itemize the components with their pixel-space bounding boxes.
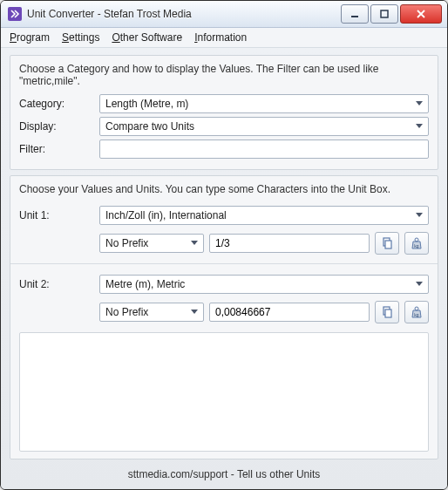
chevron-down-icon <box>416 124 423 129</box>
titlebar[interactable]: Unit Converter - Stefan Trost Media <box>1 1 447 28</box>
units-group: Choose your Values and Units. You can ty… <box>10 175 438 459</box>
filter-label: Filter: <box>19 143 92 155</box>
client-area: Choose a Category and how to display the… <box>1 48 447 489</box>
category-combo[interactable]: Length (Metre, m) <box>99 94 429 113</box>
unit1-label: Unit 1: <box>19 209 92 221</box>
menu-settings[interactable]: Settings <box>62 31 99 44</box>
app-window: Unit Converter - Stefan Trost Media Prog… <box>0 0 448 490</box>
unit1-copy-button[interactable] <box>375 232 399 255</box>
svg-rect-2 <box>381 10 388 17</box>
unit2-prefix-combo[interactable]: No Prefix <box>99 303 204 322</box>
results-panel <box>19 332 429 452</box>
filter-input[interactable] <box>99 140 429 159</box>
chevron-down-icon <box>191 241 198 246</box>
unit2-label: Unit 2: <box>19 278 92 290</box>
svg-point-5 <box>415 238 418 242</box>
maximize-button[interactable] <box>370 4 398 24</box>
chevron-down-icon <box>416 213 423 218</box>
unit1-value-input[interactable] <box>209 234 370 253</box>
app-icon <box>8 7 22 21</box>
svg-rect-1 <box>351 16 358 17</box>
window-buttons <box>341 4 442 24</box>
svg-rect-4 <box>385 241 391 248</box>
footer-link[interactable]: sttmedia.com/support - Tell us other Uni… <box>128 468 321 480</box>
chevron-down-icon <box>416 101 423 106</box>
footer: sttmedia.com/support - Tell us other Uni… <box>10 465 438 484</box>
unit2-value-input[interactable] <box>209 303 370 322</box>
minimize-button[interactable] <box>341 4 369 24</box>
unit1-value: Inch/Zoll (in), International <box>105 209 227 221</box>
unit2-prefix-value: No Prefix <box>105 306 148 318</box>
window-title: Unit Converter - Stefan Trost Media <box>27 8 341 20</box>
category-value: Length (Metre, m) <box>105 98 188 110</box>
menu-program[interactable]: Programdocument.currentScript.previousEl… <box>10 31 50 44</box>
close-button[interactable] <box>400 4 442 24</box>
unit2-copy-button[interactable] <box>375 301 399 323</box>
display-value: Compare two Units <box>105 120 194 133</box>
category-hint: Choose a Category and how to display the… <box>19 63 429 87</box>
unit1-prefix-value: No Prefix <box>105 237 148 249</box>
menu-other-software[interactable]: Other Software <box>112 31 182 44</box>
unit1-prefix-combo[interactable]: No Prefix <box>99 234 204 253</box>
svg-rect-8 <box>385 310 391 317</box>
unit2-weight-button[interactable]: kg <box>404 301 429 323</box>
unit2-value: Metre (m), Metric <box>105 278 185 290</box>
chevron-down-icon <box>416 282 423 287</box>
svg-text:kg: kg <box>414 312 419 317</box>
svg-text:kg: kg <box>414 243 419 248</box>
menu-information[interactable]: Information <box>194 31 247 44</box>
category-group: Choose a Category and how to display the… <box>10 55 438 170</box>
unit1-weight-button[interactable]: kg <box>404 232 429 255</box>
unit1-combo[interactable]: Inch/Zoll (in), International <box>99 206 429 225</box>
category-label: Category: <box>19 98 92 110</box>
unit2-combo[interactable]: Metre (m), Metric <box>99 275 429 294</box>
units-hint: Choose your Values and Units. You can ty… <box>19 183 429 195</box>
display-label: Display: <box>19 120 92 133</box>
menubar: Programdocument.currentScript.previousEl… <box>1 28 447 48</box>
display-combo[interactable]: Compare two Units <box>99 117 429 136</box>
chevron-down-icon <box>191 310 198 315</box>
divider <box>10 263 438 264</box>
svg-point-9 <box>415 307 418 310</box>
